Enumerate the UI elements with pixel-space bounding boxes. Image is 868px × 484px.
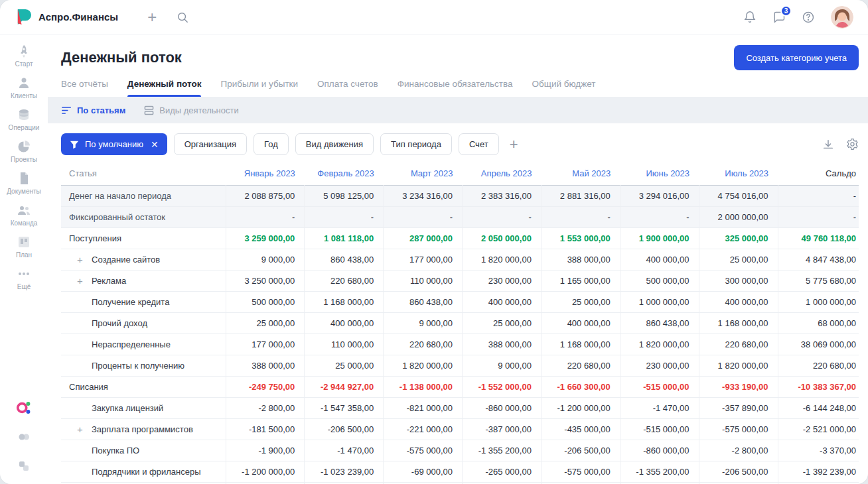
- subtab-activity-types[interactable]: Виды деятельности: [144, 105, 238, 115]
- add-filter-button[interactable]: +: [510, 137, 518, 152]
- table-row[interactable]: +Зарплата программистов-181 500,00-206 5…: [61, 418, 859, 440]
- sidebar-item-operations[interactable]: Операции: [9, 107, 40, 131]
- col-month-4[interactable]: Май 2023: [541, 162, 620, 185]
- filter-chip-1[interactable]: Год: [253, 133, 289, 155]
- table-row[interactable]: Поступления3 259 000,001 081 118,00287 0…: [61, 227, 859, 249]
- topbar-left: Аспро.Финансы +: [15, 8, 188, 26]
- filter-bar: По умолчанию ✕ ОрганизацияГодВид движени…: [48, 123, 868, 162]
- filter-chip-2[interactable]: Вид движения: [295, 133, 374, 155]
- cell-value: -206 500,00: [541, 440, 620, 461]
- col-month-0[interactable]: Январь 2023: [226, 162, 305, 185]
- cell-value: -1 200 000,00: [226, 461, 305, 482]
- search-button[interactable]: [177, 11, 188, 23]
- sidebar-item-projects[interactable]: Проекты: [11, 139, 37, 163]
- cell-value: -1 470,00: [620, 397, 699, 418]
- cell-saldo: 68 000,00: [778, 312, 859, 333]
- table-row[interactable]: +Создание сайтов9 000,00860 438,00177 00…: [61, 249, 859, 270]
- table-row[interactable]: Закупка лицензий-2 800,00-1 547 358,00-8…: [61, 397, 859, 418]
- tab-profit-loss[interactable]: Прибыли и убытки: [220, 79, 298, 97]
- clients-icon: [17, 76, 31, 90]
- col-month-6[interactable]: Июль 2023: [699, 162, 778, 185]
- notifications-button[interactable]: [743, 11, 757, 24]
- cell-value: -1 660 300,00: [541, 376, 620, 397]
- cell-value: 5 098 125,00: [305, 185, 384, 206]
- cell-value: -1 900,00: [226, 440, 305, 461]
- sidebar-item-documents[interactable]: Документы: [7, 171, 41, 195]
- tab-liabilities[interactable]: Финансовые обязательства: [398, 79, 513, 97]
- cell-value: 3 234 316,00: [384, 185, 463, 206]
- cell-value: 325 000,00: [699, 227, 778, 249]
- tab-cash-flow[interactable]: Денежный поток: [127, 79, 202, 97]
- cell-value: 388 000,00: [541, 249, 620, 270]
- col-saldo: Сальдо: [778, 162, 859, 185]
- active-filter-chip[interactable]: По умолчанию ✕: [61, 133, 167, 155]
- aspro-brand-icon[interactable]: [16, 400, 32, 415]
- table-row[interactable]: Проценты к получению388 000,0025 000,001…: [61, 355, 859, 376]
- col-month-2[interactable]: Март 2023: [384, 162, 463, 185]
- sidebar-item-more[interactable]: Ещё: [17, 267, 31, 290]
- cell-value: -1 355 200,00: [620, 461, 699, 482]
- cell-value: -1 552 000,00: [463, 376, 542, 397]
- tab-budget[interactable]: Общий бюджет: [532, 79, 596, 97]
- cell-value: -860 000,00: [620, 440, 699, 461]
- create-category-button[interactable]: Создать категорию учета: [734, 45, 859, 70]
- cell-saldo: 4 847 438,00: [778, 249, 859, 270]
- chat-badge: 3: [780, 5, 792, 17]
- chat-button[interactable]: 3: [772, 11, 786, 24]
- col-month-5[interactable]: Июнь 2023: [620, 162, 699, 185]
- row-label: Поступления: [61, 227, 226, 249]
- documents-icon: [17, 171, 31, 186]
- expand-icon[interactable]: +: [77, 276, 83, 286]
- table-row[interactable]: Получение кредита500 000,001 168 000,008…: [61, 291, 859, 312]
- sidebar-item-plan[interactable]: План: [16, 235, 32, 259]
- tab-invoice-payment[interactable]: Оплата счетов: [317, 79, 378, 97]
- sidebar-item-clients[interactable]: Клиенты: [11, 76, 37, 99]
- cell-value: -933 190,00: [699, 376, 778, 397]
- table-row[interactable]: Фиксированный остаток------2 000 000,00-: [61, 206, 859, 227]
- user-avatar[interactable]: [831, 6, 853, 29]
- cell-value: 400 000,00: [541, 312, 620, 333]
- sidebar-item-label: Операции: [9, 124, 40, 131]
- puzzle-icon[interactable]: [17, 430, 31, 444]
- table-row[interactable]: +Реклама3 250 000,00220 680,00110 000,00…: [61, 270, 859, 291]
- sidebar-item-team[interactable]: Команда: [11, 203, 38, 227]
- cell-value: 287 000,00: [384, 227, 463, 249]
- quick-add-button[interactable]: +: [147, 9, 157, 25]
- clear-filter-icon[interactable]: ✕: [151, 139, 159, 150]
- table-row[interactable]: Покупка ПО-1 900,00-1 470,00-575 000,00-…: [61, 440, 859, 461]
- col-month-1[interactable]: Февраль 2023: [305, 162, 384, 185]
- filter-chip-0[interactable]: Организация: [174, 133, 247, 155]
- cashflow-table-wrap: СтатьяЯнварь 2023Февраль 2023Март 2023Ап…: [48, 162, 868, 484]
- export-button[interactable]: [822, 139, 834, 151]
- grid-icon: [144, 105, 154, 115]
- expand-icon[interactable]: +: [77, 255, 83, 265]
- table-body: Денег на начало периода2 088 875,005 098…: [61, 185, 859, 484]
- cell-value: -: [541, 206, 620, 227]
- cell-value: 230 000,00: [620, 355, 699, 376]
- cube-icon[interactable]: [17, 459, 31, 473]
- table-row[interactable]: Прочий доход25 000,00400 000,009 000,002…: [61, 312, 859, 333]
- cell-value: -206 500,00: [305, 418, 384, 440]
- table-row[interactable]: Подрядчики и фрилансеры-1 200 000,00-1 0…: [61, 461, 859, 482]
- view-subtabs: По статьямВиды деятельности: [48, 97, 868, 123]
- settings-button[interactable]: [846, 138, 859, 151]
- row-label: +Реклама: [61, 270, 226, 291]
- cell-value: -357 890,00: [699, 397, 778, 418]
- col-month-3[interactable]: Апрель 2023: [463, 162, 542, 185]
- table-row[interactable]: Нераспределенные177 000,00110 000,00220 …: [61, 333, 859, 355]
- table-row[interactable]: Списания-249 750,00-2 944 927,00-1 138 0…: [61, 376, 859, 397]
- tab-all-reports[interactable]: Все отчёты: [61, 79, 108, 97]
- cell-saldo: 220 680,00: [778, 355, 859, 376]
- filter-chip-4[interactable]: Счет: [459, 133, 499, 155]
- cell-value: -: [305, 206, 384, 227]
- page-head: Денежный поток Создать категорию учета: [48, 34, 868, 70]
- filter-chip-3[interactable]: Тип периода: [380, 133, 452, 155]
- help-button[interactable]: [802, 11, 815, 24]
- subtab-by-articles[interactable]: По статьям: [61, 105, 125, 115]
- cell-value: 860 438,00: [620, 312, 699, 333]
- cell-value: 500 000,00: [226, 291, 305, 312]
- expand-icon[interactable]: +: [77, 424, 83, 434]
- sidebar-item-start[interactable]: Старт: [15, 44, 33, 68]
- row-label: Списания: [61, 376, 226, 397]
- table-row[interactable]: Денег на начало периода2 088 875,005 098…: [61, 185, 859, 206]
